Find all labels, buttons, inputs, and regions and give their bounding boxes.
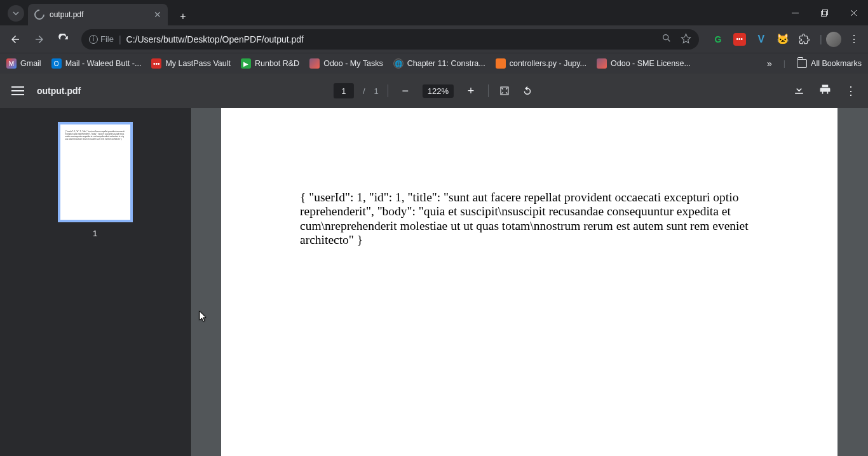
lastpass-icon: •••	[151, 58, 161, 69]
tab-favicon	[32, 8, 47, 22]
thumbnail-preview-text: { "userId": 1, "id": 1, "title": "sunt a…	[65, 131, 125, 141]
all-bookmarks-button[interactable]: All Bookmarks	[797, 59, 862, 68]
pdf-more-button[interactable]: ⋮	[845, 84, 857, 98]
bookmark-lastpass[interactable]: ••• My LastPass Vault	[151, 58, 231, 69]
odoo-icon	[309, 58, 320, 69]
fit-to-page-button[interactable]	[498, 84, 512, 98]
zoom-in-button[interactable]: +	[463, 83, 479, 99]
window-controls	[780, 0, 868, 25]
gmail-icon: M	[6, 58, 17, 69]
odoo-icon	[597, 58, 607, 69]
pdf-toolbar-right: ⋮	[793, 83, 857, 98]
tab-search-dropdown[interactable]	[8, 5, 24, 22]
tab-close-button[interactable]: ✕	[154, 10, 161, 20]
pdf-toolbar-center: / 1 − 122% +	[334, 83, 534, 99]
jupyter-icon	[496, 58, 506, 69]
pdf-page-content[interactable]: { "userId": 1, "id": 1, "title": "sunt a…	[300, 191, 759, 248]
page-number-input[interactable]	[334, 83, 354, 98]
bookmark-label: Gmail	[20, 59, 41, 68]
zoom-value: 122%	[423, 84, 454, 98]
scheme-label: File	[100, 34, 114, 44]
svg-rect-1	[821, 11, 826, 16]
page-canvas-area[interactable]: { "userId": 1, "id": 1, "title": "sunt a…	[191, 108, 868, 456]
download-button[interactable]	[793, 83, 805, 98]
browser-menu-button[interactable]: ⋮	[845, 33, 863, 45]
bookmark-label: Runbot R&D	[255, 59, 299, 68]
profile-avatar[interactable]	[826, 32, 841, 47]
outlook-icon: O	[51, 58, 62, 69]
bookmark-label: Mail - Waleed Butt -...	[65, 59, 142, 68]
window-close-button[interactable]	[839, 0, 868, 25]
toolbar-divider: |	[820, 34, 822, 45]
extension-icons: G ••• V 🐱	[707, 33, 816, 46]
extension-icon[interactable]: 🐱	[776, 33, 789, 46]
bookmark-label: Odoo - SME License...	[611, 59, 691, 68]
bookmark-label: controllers.py - Jupy...	[510, 59, 587, 68]
bookmark-star-icon[interactable]	[681, 33, 691, 46]
pdf-page: { "userId": 1, "id": 1, "title": "sunt a…	[221, 108, 837, 456]
thumbnail-page-number: 1	[93, 229, 97, 238]
addr-divider: |	[119, 34, 121, 44]
pdf-filename: output.pdf	[37, 86, 81, 96]
all-bookmarks-label: All Bookmarks	[811, 59, 862, 68]
pdf-toolbar: output.pdf / 1 − 122% + ⋮	[0, 74, 868, 108]
page-thumbnail[interactable]: { "userId": 1, "id": 1, "title": "sunt a…	[58, 122, 133, 222]
divider	[488, 84, 489, 97]
bookmark-runbot[interactable]: ▶ Runbot R&D	[241, 58, 299, 69]
back-button[interactable]	[5, 29, 25, 50]
info-icon: i	[89, 35, 98, 44]
zoom-out-button[interactable]: −	[397, 83, 414, 99]
extensions-button[interactable]	[798, 33, 811, 46]
bookmark-label: Chapter 11: Constra...	[407, 59, 485, 68]
bookmarks-divider: |	[783, 59, 785, 68]
new-tab-button[interactable]: +	[174, 8, 192, 25]
svg-rect-2	[822, 10, 827, 15]
pdf-body: { "userId": 1, "id": 1, "title": "sunt a…	[0, 108, 868, 456]
extension-lastpass-icon[interactable]: •••	[733, 33, 746, 46]
extension-grammarly-icon[interactable]: G	[712, 33, 724, 46]
bookmark-odoo-tasks[interactable]: Odoo - My Tasks	[309, 58, 383, 69]
zoom-indicator-icon[interactable]	[661, 33, 672, 45]
bookmark-chapter[interactable]: 🌐 Chapter 11: Constra...	[393, 58, 485, 69]
svg-point-3	[663, 35, 668, 40]
page-sep: /	[363, 86, 365, 96]
pdf-viewer: output.pdf / 1 − 122% + ⋮	[0, 74, 868, 456]
extension-vimeo-icon[interactable]: V	[755, 33, 768, 46]
bookmark-label: My LastPass Vault	[165, 59, 231, 68]
sidebar-toggle-button[interactable]	[11, 86, 24, 95]
reload-button[interactable]	[53, 29, 74, 50]
bookmark-jupyter[interactable]: controllers.py - Jupy...	[496, 58, 587, 69]
svg-line-4	[668, 39, 670, 41]
folder-icon	[797, 59, 807, 68]
bookmarks-bar: M Gmail O Mail - Waleed Butt -... ••• My…	[0, 53, 868, 74]
address-bar[interactable]: i File | C:/Users/buttw/Desktop/OpenPDF/…	[81, 29, 699, 50]
site-info-chip[interactable]: i File	[89, 34, 114, 44]
titlebar: output.pdf ✕ +	[0, 0, 868, 25]
svg-rect-0	[792, 13, 799, 13]
divider	[388, 84, 388, 97]
rotate-button[interactable]	[520, 84, 534, 98]
bookmark-outlook[interactable]: O Mail - Waleed Butt -...	[51, 58, 142, 69]
thumbnail-sidebar: { "userId": 1, "id": 1, "title": "sunt a…	[0, 108, 191, 456]
page-total: 1	[374, 86, 379, 96]
browser-toolbar: i File | C:/Users/buttw/Desktop/OpenPDF/…	[0, 25, 868, 53]
runbot-icon: ▶	[241, 58, 251, 69]
bookmark-odoo-sme[interactable]: Odoo - SME License...	[597, 58, 691, 69]
bookmark-gmail[interactable]: M Gmail	[6, 58, 41, 69]
address-path: C:/Users/buttw/Desktop/OpenPDF/output.pd…	[126, 34, 304, 44]
print-button[interactable]	[819, 83, 831, 98]
window-maximize-button[interactable]	[810, 0, 839, 25]
bookmarks-overflow-button[interactable]: »	[767, 58, 772, 69]
tab-title: output.pdf	[50, 10, 83, 19]
browser-tab[interactable]: output.pdf ✕	[28, 4, 168, 25]
bookmark-label: Odoo - My Tasks	[323, 59, 383, 68]
window-minimize-button[interactable]	[780, 0, 810, 25]
globe-icon: 🌐	[393, 58, 403, 69]
forward-button[interactable]	[29, 29, 50, 50]
